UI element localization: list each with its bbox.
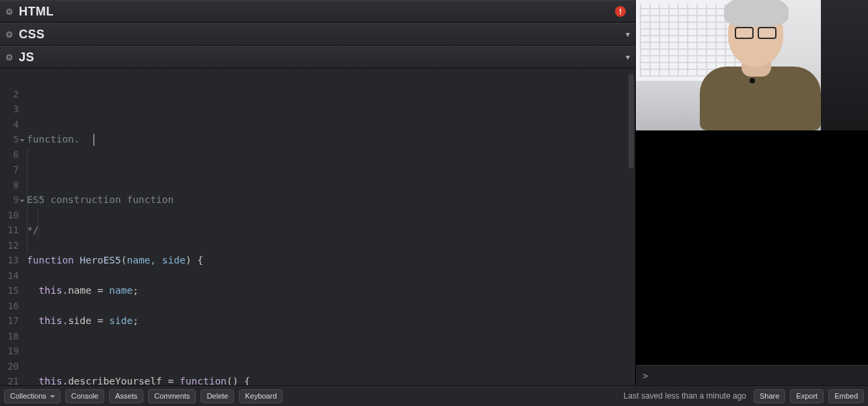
gear-icon[interactable]: ⚙ bbox=[5, 52, 13, 63]
gear-icon[interactable]: ⚙ bbox=[5, 7, 13, 17]
js-editor[interactable]: 23456789101112131415161718192021 functio… bbox=[0, 69, 635, 385]
assets-button[interactable]: Assets bbox=[109, 389, 143, 403]
save-status: Last saved less than a minute ago bbox=[624, 391, 746, 401]
error-badge[interactable]: ! bbox=[615, 6, 626, 17]
panel-title-js: JS bbox=[19, 50, 34, 65]
panel-header-js[interactable]: ⚙ JS ▾ bbox=[0, 46, 635, 69]
embed-button[interactable]: Embed bbox=[828, 389, 864, 403]
gear-icon[interactable]: ⚙ bbox=[5, 30, 13, 40]
footer-toolbar: Collections Console Assets Comments Dele… bbox=[0, 385, 868, 406]
panel-title-html: HTML bbox=[19, 5, 54, 19]
console-prompt-bar[interactable]: > bbox=[636, 365, 868, 385]
panel-header-html[interactable]: ⚙ HTML ! bbox=[0, 0, 635, 23]
code-area[interactable]: function. ES5 construction function */ f… bbox=[23, 69, 635, 385]
panel-header-css[interactable]: ⚙ CSS ▾ bbox=[0, 23, 635, 46]
line-number-gutter: 23456789101112131415161718192021 bbox=[0, 69, 23, 385]
export-button[interactable]: Export bbox=[790, 389, 824, 403]
console-button[interactable]: Console bbox=[65, 389, 104, 403]
text-cursor bbox=[94, 134, 94, 146]
console-prompt: > bbox=[643, 370, 648, 381]
output-preview[interactable] bbox=[636, 130, 868, 365]
chevron-down-icon[interactable]: ▾ bbox=[626, 30, 630, 39]
collections-label: Collections bbox=[10, 392, 46, 400]
chevron-down-icon[interactable]: ▾ bbox=[626, 52, 630, 62]
keyboard-button[interactable]: Keyboard bbox=[239, 389, 283, 403]
collections-dropdown[interactable]: Collections bbox=[4, 389, 61, 403]
webcam-overlay bbox=[636, 0, 868, 130]
scrollbar-vertical[interactable] bbox=[628, 74, 634, 168]
panel-title-css: CSS bbox=[19, 28, 45, 42]
delete-button[interactable]: Delete bbox=[201, 389, 234, 403]
share-button[interactable]: Share bbox=[754, 389, 785, 403]
comments-button[interactable]: Comments bbox=[148, 389, 196, 403]
